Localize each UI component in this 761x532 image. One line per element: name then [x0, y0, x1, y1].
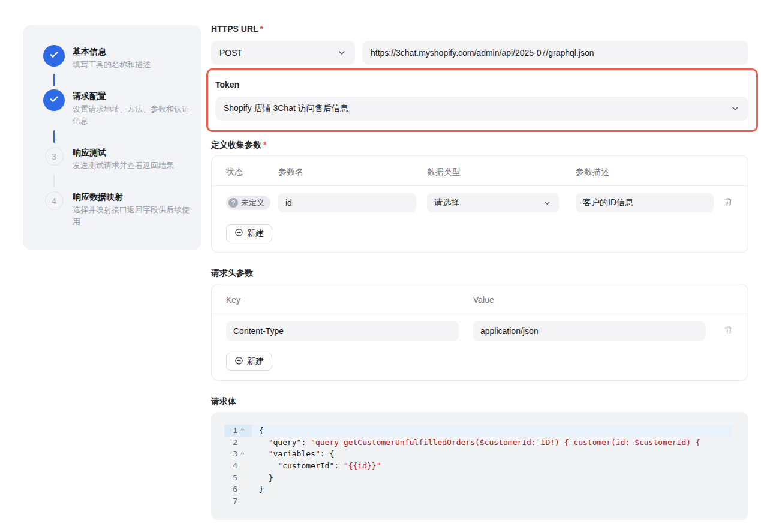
code-line: 6 }	[224, 483, 733, 495]
step-2-description: 设置请求地址、方法、参数和认证信息	[73, 103, 190, 127]
step-request-config[interactable]: 请求配置 设置请求地址、方法、参数和认证信息	[43, 89, 190, 127]
step-1-title: 基本信息	[73, 46, 190, 58]
check-icon	[49, 94, 59, 107]
step-2-title: 请求配置	[73, 90, 190, 102]
code-line: 2 "query": "query getCustomerUnfulfilled…	[224, 437, 733, 449]
line-gutter: 7	[224, 495, 252, 507]
url-input[interactable]: https://3chat.myshopify.com/admin/api/20…	[362, 41, 748, 65]
divider	[212, 185, 748, 186]
required-asterisk: *	[260, 24, 263, 34]
line-gutter: 1	[224, 425, 252, 437]
step-response-test[interactable]: 3 响应测试 发送测试请求并查看返回结果	[43, 146, 190, 172]
step-rail	[43, 89, 65, 127]
http-method-select[interactable]: POST	[211, 41, 355, 65]
step-1-circle	[43, 45, 65, 67]
header-value-input[interactable]	[473, 321, 706, 341]
chevron-down-icon	[337, 48, 347, 58]
header-key-input[interactable]	[226, 321, 459, 341]
params-card: 状态 参数名 数据类型 参数描述 ? 未定义 请选择	[211, 155, 748, 253]
param-desc-input[interactable]	[576, 193, 714, 212]
fold-chevron-icon[interactable]	[237, 428, 247, 433]
code-line: 5 }	[224, 472, 733, 484]
header-row	[226, 321, 733, 341]
code-line: 1 {	[224, 425, 733, 437]
step-response-mapping[interactable]: 4 响应数据映射 选择并映射接口返回字段供后续使用	[43, 190, 190, 228]
col-key: Key	[226, 294, 473, 305]
step-4-title: 响应数据映射	[73, 191, 190, 203]
headers-card: Key Value 新建	[211, 284, 748, 381]
line-number: 6	[228, 483, 237, 495]
required-asterisk: *	[263, 140, 266, 149]
step-2-circle	[43, 89, 65, 111]
trash-icon	[723, 325, 733, 337]
code-line: 4 "customerId": "{{id}}"	[224, 460, 733, 472]
step-rail	[43, 45, 65, 71]
step-connector	[53, 74, 55, 86]
data-type-select[interactable]: 请选择	[427, 193, 559, 212]
step-1-description: 填写工具的名称和描述	[73, 59, 190, 71]
code-line: 7	[224, 495, 733, 507]
token-selected-value: Shopify 店铺 3Chat 访问售后信息	[224, 103, 348, 114]
line-number: 7	[228, 495, 237, 507]
status-badge-undefined: ? 未定义	[226, 196, 270, 210]
step-4-circle: 4	[45, 191, 64, 210]
line-number: 3	[228, 448, 237, 460]
wizard-stepper-panel: 基本信息 填写工具的名称和描述 请求配置 设置请求地址、方法、参数和认证信息 3…	[23, 25, 201, 250]
line-gutter: 6	[224, 483, 252, 495]
add-param-button[interactable]: 新建	[226, 224, 272, 242]
request-body-editor[interactable]: 1 { 2 "query": "query getCustomerUnfulfi…	[211, 412, 748, 520]
step-3-circle: 3	[45, 147, 64, 166]
http-method-value: POST	[219, 48, 242, 58]
https-url-label: HTTPS URL*	[211, 23, 748, 35]
question-icon: ?	[228, 198, 238, 208]
param-row: ? 未定义 请选择	[226, 193, 733, 212]
step-connector	[53, 130, 55, 143]
col-param-name: 参数名	[278, 166, 427, 177]
delete-param-button[interactable]	[723, 197, 733, 209]
add-header-button[interactable]: 新建	[226, 353, 272, 371]
line-number: 5	[228, 472, 237, 484]
headers-section-label: 请求头参数	[211, 267, 748, 279]
delete-header-button[interactable]	[723, 325, 733, 337]
plus-circle-icon	[234, 356, 243, 367]
step-3-title: 响应测试	[73, 146, 190, 158]
line-number: 4	[228, 460, 237, 472]
line-number: 2	[228, 437, 237, 449]
param-name-input[interactable]	[278, 193, 416, 212]
step-rail: 4	[43, 190, 65, 228]
step-connector	[53, 175, 55, 187]
line-number: 1	[228, 425, 237, 437]
step-3-description: 发送测试请求并查看返回结果	[73, 160, 190, 172]
step-rail: 3	[43, 146, 65, 172]
line-gutter: 4	[224, 460, 252, 472]
chevron-down-icon	[543, 199, 552, 208]
code-line: 3 "variables": {	[224, 448, 733, 460]
step-4-description: 选择并映射接口返回字段供后续使用	[73, 204, 190, 228]
line-gutter: 3	[224, 448, 252, 460]
fold-chevron-icon[interactable]	[237, 452, 247, 457]
col-status: 状态	[226, 166, 278, 177]
plus-circle-icon	[234, 228, 243, 239]
col-data-type: 数据类型	[427, 166, 576, 177]
params-section-label: 定义收集参数*	[211, 139, 748, 151]
line-gutter: 2	[224, 437, 252, 449]
url-value: https://3chat.myshopify.com/admin/api/20…	[371, 48, 594, 58]
annotation-highlight-box: Token Shopify 店铺 3Chat 访问售后信息	[206, 68, 758, 132]
col-value: Value	[473, 294, 720, 305]
token-select[interactable]: Shopify 店铺 3Chat 访问售后信息	[215, 97, 748, 121]
request-config-form: HTTPS URL* POST https://3chat.myshopify.…	[211, 23, 748, 520]
line-gutter: 5	[224, 472, 252, 484]
trash-icon	[723, 197, 733, 209]
chevron-down-icon	[730, 104, 740, 113]
col-param-desc: 参数描述	[576, 166, 717, 177]
token-label: Token	[215, 79, 748, 91]
divider	[212, 314, 748, 314]
check-icon	[49, 49, 59, 62]
step-basic-info[interactable]: 基本信息 填写工具的名称和描述	[43, 45, 190, 71]
body-section-label: 请求体	[211, 395, 748, 407]
